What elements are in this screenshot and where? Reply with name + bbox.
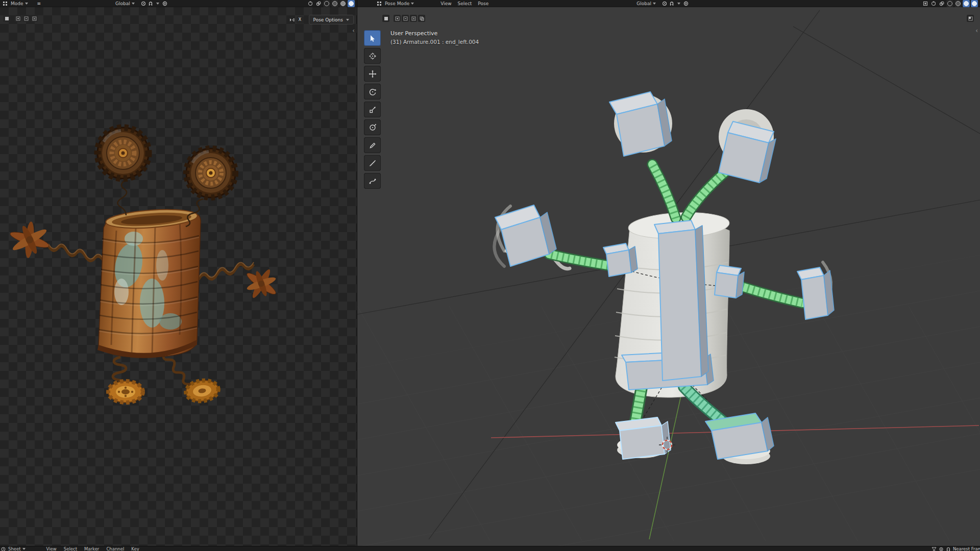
pivot-point-icon[interactable] bbox=[140, 0, 147, 7]
bone-cube-hand-right[interactable] bbox=[797, 267, 834, 319]
ds-menu-marker[interactable]: Marker bbox=[81, 546, 103, 551]
shading-material-icon[interactable] bbox=[963, 0, 970, 7]
rendered-viewport-canvas[interactable]: X Pose Options ‹ bbox=[0, 7, 357, 546]
dope-sheet-mode-dropdown[interactable]: Sheet bbox=[6, 546, 28, 551]
snap-magnet-icon[interactable] bbox=[668, 0, 675, 7]
annotate-tool[interactable] bbox=[364, 137, 381, 153]
ds-menu-select[interactable]: Select bbox=[60, 546, 81, 551]
shading-rendered-icon[interactable] bbox=[348, 0, 355, 7]
snap-mode-dropdown[interactable]: Nearest Fram bbox=[953, 546, 980, 551]
snap-magnet-icon[interactable] bbox=[946, 547, 951, 551]
left-select-mode-row bbox=[3, 15, 38, 22]
select-mode-invert-icon[interactable] bbox=[31, 15, 38, 22]
left-arm-spring bbox=[48, 246, 104, 261]
bone-chain-antenna-right[interactable] bbox=[686, 172, 725, 217]
editor-type-icon[interactable] bbox=[2, 0, 9, 7]
tin-can-body bbox=[97, 207, 201, 358]
mode-dropdown[interactable]: Mode bbox=[9, 1, 30, 6]
select-mode-intersect-icon[interactable] bbox=[418, 15, 425, 22]
proportional-editing-icon[interactable] bbox=[161, 0, 168, 7]
left-pose-tool-settings: X Pose Options bbox=[288, 15, 354, 24]
editor-type-icon[interactable] bbox=[376, 0, 383, 7]
select-mode-set-icon[interactable] bbox=[3, 15, 10, 22]
ds-menu-channel[interactable]: Channel bbox=[103, 546, 128, 551]
snap-settings-dropdown[interactable] bbox=[154, 0, 161, 7]
pose-viewport-canvas[interactable]: ‹ User Perspective (31) Armature.001 : e… bbox=[357, 7, 980, 546]
right-arm-spring bbox=[199, 264, 254, 280]
proportional-editing-icon[interactable] bbox=[939, 547, 944, 551]
show-gizmo-icon[interactable] bbox=[930, 0, 937, 7]
pose-breakdowner-tool[interactable] bbox=[364, 173, 381, 189]
mode-dropdown[interactable]: Pose Mode bbox=[383, 1, 416, 6]
bone-chain-antenna-left[interactable] bbox=[652, 164, 676, 218]
select-mode-extend-icon[interactable] bbox=[14, 15, 21, 22]
viewport-toolbar bbox=[364, 30, 381, 189]
rendered-robot[interactable] bbox=[9, 128, 278, 403]
left-gear-eye bbox=[97, 128, 149, 179]
show-overlays-icon[interactable] bbox=[315, 0, 322, 7]
right-header-toggles bbox=[922, 0, 978, 7]
cursor-tool[interactable] bbox=[364, 48, 381, 64]
scale-tool[interactable] bbox=[364, 102, 381, 117]
shading-wireframe-icon[interactable] bbox=[323, 0, 330, 7]
shading-wireframe-icon[interactable] bbox=[946, 0, 953, 7]
xray-toggle-icon[interactable] bbox=[922, 0, 929, 7]
orientation-dropdown[interactable]: Global bbox=[113, 1, 137, 6]
ds-menu-view[interactable]: View bbox=[43, 546, 60, 551]
show-overlays-icon[interactable] bbox=[938, 0, 945, 7]
mirror-x-toggle[interactable]: X bbox=[297, 16, 304, 23]
select-box-tool[interactable] bbox=[364, 30, 381, 46]
rendered-robot-scene bbox=[0, 7, 357, 546]
ds-menu-key[interactable]: Key bbox=[128, 546, 142, 551]
collapsed-menus-button[interactable]: ≡ bbox=[34, 1, 44, 6]
viewport-left-editor: Mode ≡ Global bbox=[0, 0, 357, 546]
armature[interactable] bbox=[495, 92, 834, 459]
left-hand-propeller bbox=[9, 221, 51, 258]
proportional-editing-icon[interactable] bbox=[682, 0, 690, 7]
select-mode-subtract-icon[interactable] bbox=[22, 15, 30, 22]
rotate-tool[interactable] bbox=[364, 84, 381, 99]
sidebar-collapse-arrow[interactable]: ‹ bbox=[975, 28, 978, 33]
shading-material-icon[interactable] bbox=[339, 0, 347, 7]
bone-box-shoulder-left[interactable] bbox=[603, 243, 638, 277]
bone-cube-head-left[interactable] bbox=[609, 92, 672, 156]
filter-icon[interactable] bbox=[932, 547, 937, 551]
chevron-down-icon bbox=[25, 3, 28, 5]
orientation-label: Global bbox=[636, 1, 651, 6]
measure-tool[interactable] bbox=[364, 155, 381, 171]
pivot-point-icon[interactable] bbox=[661, 0, 668, 7]
bone-box-shoulder-right[interactable] bbox=[715, 265, 744, 298]
menu-select[interactable]: Select bbox=[455, 1, 475, 6]
menu-pose[interactable]: Pose bbox=[475, 1, 492, 6]
menu-view[interactable]: View bbox=[437, 1, 454, 6]
dope-sheet-editor-icon[interactable] bbox=[0, 546, 6, 551]
chevron-down-icon bbox=[346, 19, 349, 21]
select-mode-subtract-icon[interactable] bbox=[402, 15, 409, 22]
select-mode-invert-icon[interactable] bbox=[410, 15, 417, 22]
orientation-dropdown[interactable]: Global bbox=[634, 1, 658, 6]
shading-rendered-icon[interactable] bbox=[971, 0, 978, 7]
pose-options-dropdown[interactable]: Pose Options bbox=[309, 15, 354, 24]
shading-solid-icon[interactable] bbox=[331, 0, 338, 7]
select-mode-set-icon[interactable] bbox=[382, 15, 389, 22]
shading-solid-icon[interactable] bbox=[954, 0, 962, 7]
right-viewport-header: Pose Mode View Select Pose Global bbox=[357, 0, 980, 7]
snap-settings-dropdown[interactable] bbox=[675, 0, 682, 7]
left-header-toggles bbox=[307, 0, 355, 7]
mirror-butterfly-icon bbox=[288, 16, 296, 23]
options-icon[interactable] bbox=[967, 15, 974, 22]
view-perspective-label: User Perspective bbox=[390, 30, 479, 37]
active-object-label: (31) Armature.001 : end_left.004 bbox=[390, 39, 479, 45]
mode-label: Pose Mode bbox=[385, 1, 409, 6]
sidebar-collapse-arrow[interactable]: ‹ bbox=[352, 28, 355, 33]
transform-tool[interactable] bbox=[364, 119, 381, 135]
snap-magnet-icon[interactable] bbox=[147, 0, 154, 7]
blender-window: Mode ≡ Global bbox=[0, 0, 980, 551]
move-tool[interactable] bbox=[364, 66, 381, 82]
bone-box-spine[interactable] bbox=[654, 220, 708, 381]
chevron-down-icon bbox=[132, 3, 135, 5]
select-mode-extend-icon[interactable] bbox=[394, 15, 401, 22]
show-gizmo-icon[interactable] bbox=[307, 0, 314, 7]
bone-box-foot-left-active[interactable] bbox=[616, 417, 671, 459]
right-foot-gear bbox=[185, 379, 220, 404]
